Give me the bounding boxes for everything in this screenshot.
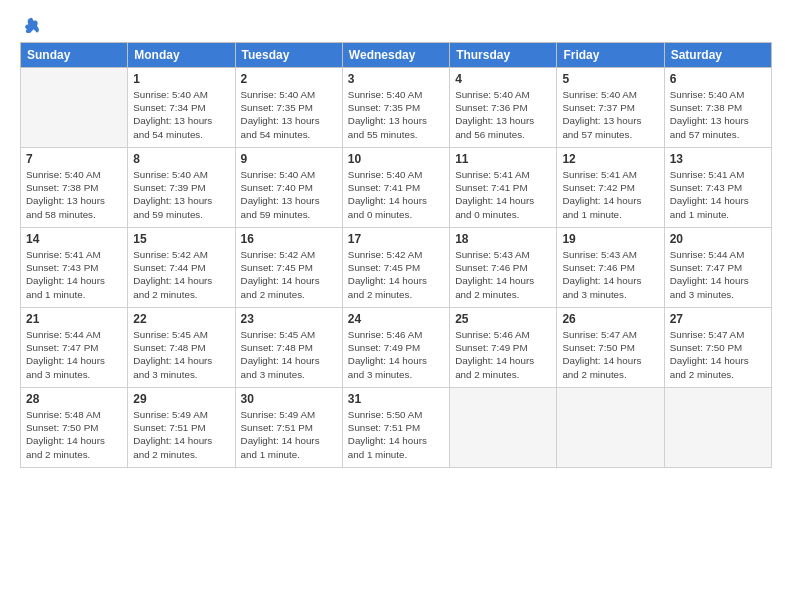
calendar-day-cell: 18Sunrise: 5:43 AMSunset: 7:46 PMDayligh… (450, 228, 557, 308)
day-info: Sunrise: 5:40 AMSunset: 7:40 PMDaylight:… (241, 168, 337, 221)
calendar-week-row: 7Sunrise: 5:40 AMSunset: 7:38 PMDaylight… (21, 148, 772, 228)
calendar-day-cell: 20Sunrise: 5:44 AMSunset: 7:47 PMDayligh… (664, 228, 771, 308)
day-number: 17 (348, 232, 444, 246)
day-info: Sunrise: 5:40 AMSunset: 7:38 PMDaylight:… (670, 88, 766, 141)
day-info: Sunrise: 5:40 AMSunset: 7:35 PMDaylight:… (348, 88, 444, 141)
calendar-day-cell: 17Sunrise: 5:42 AMSunset: 7:45 PMDayligh… (342, 228, 449, 308)
calendar-week-row: 1Sunrise: 5:40 AMSunset: 7:34 PMDaylight… (21, 68, 772, 148)
day-number: 14 (26, 232, 122, 246)
day-info: Sunrise: 5:41 AMSunset: 7:43 PMDaylight:… (670, 168, 766, 221)
day-info: Sunrise: 5:42 AMSunset: 7:45 PMDaylight:… (348, 248, 444, 301)
day-info: Sunrise: 5:48 AMSunset: 7:50 PMDaylight:… (26, 408, 122, 461)
calendar-day-cell (557, 388, 664, 468)
calendar-day-cell: 2Sunrise: 5:40 AMSunset: 7:35 PMDaylight… (235, 68, 342, 148)
day-number: 23 (241, 312, 337, 326)
day-number: 31 (348, 392, 444, 406)
day-info: Sunrise: 5:40 AMSunset: 7:38 PMDaylight:… (26, 168, 122, 221)
day-info: Sunrise: 5:41 AMSunset: 7:43 PMDaylight:… (26, 248, 122, 301)
day-number: 26 (562, 312, 658, 326)
calendar-header-saturday: Saturday (664, 43, 771, 68)
calendar-header-thursday: Thursday (450, 43, 557, 68)
calendar-week-row: 21Sunrise: 5:44 AMSunset: 7:47 PMDayligh… (21, 308, 772, 388)
day-number: 8 (133, 152, 229, 166)
day-number: 10 (348, 152, 444, 166)
day-number: 28 (26, 392, 122, 406)
calendar-header-monday: Monday (128, 43, 235, 68)
calendar-day-cell: 3Sunrise: 5:40 AMSunset: 7:35 PMDaylight… (342, 68, 449, 148)
day-info: Sunrise: 5:45 AMSunset: 7:48 PMDaylight:… (241, 328, 337, 381)
calendar-day-cell: 4Sunrise: 5:40 AMSunset: 7:36 PMDaylight… (450, 68, 557, 148)
day-number: 6 (670, 72, 766, 86)
calendar-day-cell: 10Sunrise: 5:40 AMSunset: 7:41 PMDayligh… (342, 148, 449, 228)
day-number: 2 (241, 72, 337, 86)
calendar-day-cell: 29Sunrise: 5:49 AMSunset: 7:51 PMDayligh… (128, 388, 235, 468)
day-info: Sunrise: 5:49 AMSunset: 7:51 PMDaylight:… (241, 408, 337, 461)
day-number: 24 (348, 312, 444, 326)
calendar-day-cell: 24Sunrise: 5:46 AMSunset: 7:49 PMDayligh… (342, 308, 449, 388)
day-number: 5 (562, 72, 658, 86)
day-info: Sunrise: 5:46 AMSunset: 7:49 PMDaylight:… (348, 328, 444, 381)
day-number: 18 (455, 232, 551, 246)
calendar-day-cell: 23Sunrise: 5:45 AMSunset: 7:48 PMDayligh… (235, 308, 342, 388)
day-info: Sunrise: 5:40 AMSunset: 7:37 PMDaylight:… (562, 88, 658, 141)
calendar-day-cell: 9Sunrise: 5:40 AMSunset: 7:40 PMDaylight… (235, 148, 342, 228)
day-number: 20 (670, 232, 766, 246)
logo (20, 16, 44, 36)
calendar-header-friday: Friday (557, 43, 664, 68)
calendar-day-cell: 30Sunrise: 5:49 AMSunset: 7:51 PMDayligh… (235, 388, 342, 468)
day-info: Sunrise: 5:42 AMSunset: 7:44 PMDaylight:… (133, 248, 229, 301)
calendar-day-cell: 22Sunrise: 5:45 AMSunset: 7:48 PMDayligh… (128, 308, 235, 388)
day-info: Sunrise: 5:40 AMSunset: 7:39 PMDaylight:… (133, 168, 229, 221)
calendar-header-tuesday: Tuesday (235, 43, 342, 68)
day-number: 22 (133, 312, 229, 326)
day-number: 7 (26, 152, 122, 166)
day-number: 9 (241, 152, 337, 166)
calendar-day-cell: 25Sunrise: 5:46 AMSunset: 7:49 PMDayligh… (450, 308, 557, 388)
day-info: Sunrise: 5:40 AMSunset: 7:36 PMDaylight:… (455, 88, 551, 141)
day-info: Sunrise: 5:40 AMSunset: 7:41 PMDaylight:… (348, 168, 444, 221)
calendar-day-cell: 5Sunrise: 5:40 AMSunset: 7:37 PMDaylight… (557, 68, 664, 148)
calendar-day-cell: 1Sunrise: 5:40 AMSunset: 7:34 PMDaylight… (128, 68, 235, 148)
day-info: Sunrise: 5:40 AMSunset: 7:34 PMDaylight:… (133, 88, 229, 141)
calendar-week-row: 14Sunrise: 5:41 AMSunset: 7:43 PMDayligh… (21, 228, 772, 308)
day-info: Sunrise: 5:41 AMSunset: 7:42 PMDaylight:… (562, 168, 658, 221)
logo-bird-icon (22, 16, 42, 36)
day-info: Sunrise: 5:50 AMSunset: 7:51 PMDaylight:… (348, 408, 444, 461)
day-number: 11 (455, 152, 551, 166)
calendar-day-cell: 16Sunrise: 5:42 AMSunset: 7:45 PMDayligh… (235, 228, 342, 308)
calendar-day-cell: 21Sunrise: 5:44 AMSunset: 7:47 PMDayligh… (21, 308, 128, 388)
day-number: 12 (562, 152, 658, 166)
calendar-day-cell (450, 388, 557, 468)
calendar-day-cell: 31Sunrise: 5:50 AMSunset: 7:51 PMDayligh… (342, 388, 449, 468)
day-number: 25 (455, 312, 551, 326)
calendar-table: SundayMondayTuesdayWednesdayThursdayFrid… (20, 42, 772, 468)
calendar-day-cell: 8Sunrise: 5:40 AMSunset: 7:39 PMDaylight… (128, 148, 235, 228)
day-number: 29 (133, 392, 229, 406)
day-info: Sunrise: 5:44 AMSunset: 7:47 PMDaylight:… (670, 248, 766, 301)
calendar-day-cell: 12Sunrise: 5:41 AMSunset: 7:42 PMDayligh… (557, 148, 664, 228)
day-number: 1 (133, 72, 229, 86)
day-number: 16 (241, 232, 337, 246)
day-info: Sunrise: 5:49 AMSunset: 7:51 PMDaylight:… (133, 408, 229, 461)
page-header (20, 16, 772, 36)
calendar-day-cell: 26Sunrise: 5:47 AMSunset: 7:50 PMDayligh… (557, 308, 664, 388)
calendar-day-cell (21, 68, 128, 148)
calendar-day-cell (664, 388, 771, 468)
day-number: 30 (241, 392, 337, 406)
day-number: 4 (455, 72, 551, 86)
day-info: Sunrise: 5:43 AMSunset: 7:46 PMDaylight:… (455, 248, 551, 301)
day-info: Sunrise: 5:46 AMSunset: 7:49 PMDaylight:… (455, 328, 551, 381)
calendar-header-sunday: Sunday (21, 43, 128, 68)
day-info: Sunrise: 5:47 AMSunset: 7:50 PMDaylight:… (670, 328, 766, 381)
day-number: 19 (562, 232, 658, 246)
day-info: Sunrise: 5:44 AMSunset: 7:47 PMDaylight:… (26, 328, 122, 381)
calendar-day-cell: 13Sunrise: 5:41 AMSunset: 7:43 PMDayligh… (664, 148, 771, 228)
day-info: Sunrise: 5:47 AMSunset: 7:50 PMDaylight:… (562, 328, 658, 381)
day-number: 3 (348, 72, 444, 86)
day-number: 15 (133, 232, 229, 246)
day-info: Sunrise: 5:40 AMSunset: 7:35 PMDaylight:… (241, 88, 337, 141)
calendar-day-cell: 27Sunrise: 5:47 AMSunset: 7:50 PMDayligh… (664, 308, 771, 388)
day-number: 13 (670, 152, 766, 166)
calendar-header-row: SundayMondayTuesdayWednesdayThursdayFrid… (21, 43, 772, 68)
calendar-day-cell: 14Sunrise: 5:41 AMSunset: 7:43 PMDayligh… (21, 228, 128, 308)
